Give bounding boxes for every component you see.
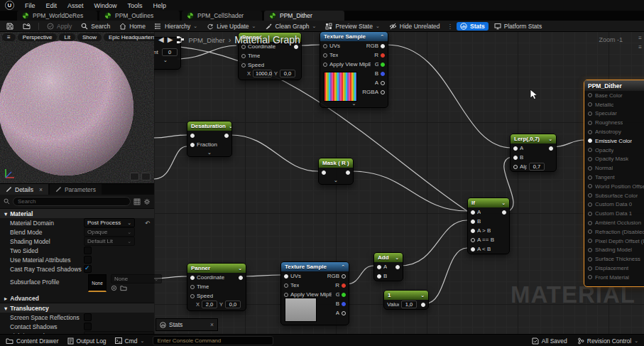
input-pin[interactable] [241, 63, 246, 67]
platform-stats-button[interactable]: Platform Stats [491, 22, 545, 31]
hide-unrelated-button[interactable]: Hide Unrelated [386, 22, 444, 31]
menu-item[interactable]: File [25, 2, 36, 9]
viewport-menu-button[interactable]: ≡ [2, 33, 16, 41]
two-sided-checkbox[interactable] [84, 247, 92, 254]
save-button[interactable] [3, 22, 17, 31]
category-advanced[interactable]: ▸ Advanced [0, 293, 154, 303]
input-pin[interactable] [323, 53, 327, 58]
input-pin[interactable] [588, 102, 592, 107]
input-pin[interactable] [513, 156, 518, 160]
material-preview-viewport[interactable]: ≡ Perspective Lit Show Epic Headquarters [0, 31, 154, 183]
input-pin[interactable] [588, 248, 592, 252]
back-button[interactable]: ◀ [158, 36, 164, 43]
asset-tab[interactable]: PPM_CellShader [182, 11, 262, 21]
perspective-dropdown[interactable]: Perspective [18, 33, 58, 41]
output-pin[interactable] [224, 134, 229, 138]
output-pin[interactable] [381, 81, 385, 85]
material-output-node[interactable]: PPM_Dither Base Color Metallic [584, 80, 644, 287]
output-pin[interactable] [381, 44, 385, 48]
input-pin[interactable] [513, 146, 518, 151]
cmd-dropdown[interactable]: Cmd ⌄ [115, 337, 145, 345]
input-pin[interactable] [588, 221, 592, 225]
material-graph-canvas[interactable]: ◀ ▶ PPM_Dither › Material Graph Zoom -1 … [154, 31, 644, 334]
menu-item[interactable]: Help [153, 2, 167, 9]
panner-node-bottom[interactable]: Panner⌄ Coordinate Time [187, 263, 246, 311]
input-pin[interactable] [588, 148, 592, 152]
input-pin[interactable] [471, 210, 475, 215]
stats-button[interactable]: Stats [457, 22, 489, 31]
input-pin[interactable] [588, 139, 592, 143]
asset-tab[interactable]: PPM_Dither [264, 11, 344, 21]
lerp-node[interactable]: Lerp(,0,7)⌄ A B [510, 134, 557, 172]
chevron-down-icon[interactable]: ⌄ [229, 124, 231, 129]
input-pin[interactable] [322, 171, 326, 175]
forward-button[interactable]: ▶ [168, 36, 173, 43]
viewport-capture-button[interactable] [130, 173, 139, 180]
input-pin[interactable] [284, 293, 288, 297]
input-pin[interactable] [588, 257, 592, 261]
all-saved-status[interactable]: All Saved [532, 337, 567, 345]
subsurface-profile-thumbnail[interactable]: None [88, 274, 107, 292]
clean-graph-button[interactable]: Clean Graph ⌄ [261, 22, 320, 31]
input-pin[interactable] [588, 275, 592, 279]
output-pin[interactable] [342, 293, 346, 297]
output-pin[interactable] [381, 90, 385, 94]
viewport-maximize-button[interactable] [141, 173, 151, 180]
input-pin[interactable] [323, 63, 327, 67]
use-selected-asset-icon[interactable] [111, 285, 117, 291]
asset-tab[interactable]: PPM_Outlines [99, 11, 180, 21]
output-pin[interactable] [421, 303, 425, 307]
texture-sample-node-top[interactable]: Texture Sample⌃ UVs RGB Tex [320, 31, 388, 108]
input-pin[interactable] [588, 266, 592, 271]
gear-icon[interactable] [143, 198, 151, 205]
output-pin[interactable] [342, 274, 346, 279]
output-pin[interactable] [381, 63, 385, 67]
output-pin[interactable] [381, 72, 385, 76]
screen-space-reflections-checkbox[interactable] [84, 313, 92, 321]
chevron-up-icon[interactable]: ⌃ [341, 264, 345, 270]
apply-button[interactable]: Apply [43, 22, 75, 31]
home-button[interactable]: Home [116, 22, 149, 31]
input-pin[interactable] [471, 229, 475, 233]
chevron-down-icon[interactable]: ⌄ [501, 200, 506, 206]
input-pin[interactable] [377, 265, 381, 269]
output-pin[interactable] [239, 276, 243, 280]
chevron-down-icon[interactable]: ⌄ [154, 57, 180, 64]
menu-item[interactable]: Asset [67, 2, 84, 9]
panel-menu-icon[interactable]: ≡ [638, 35, 642, 41]
console-command-input[interactable] [153, 336, 273, 345]
viewport-canvas[interactable] [0, 31, 154, 183]
input-pin[interactable] [323, 44, 327, 48]
asset-tab[interactable]: PPM_WorldDeRes [17, 11, 97, 21]
close-panel-icon[interactable]: × [39, 186, 43, 193]
chevron-down-icon[interactable]: ⌄ [420, 293, 425, 298]
hierarchy-button[interactable]: Hierarchy ⌄ [151, 22, 201, 31]
input-pin[interactable] [471, 220, 475, 224]
input-pin[interactable] [241, 54, 246, 58]
chevron-down-icon[interactable]: ⌄ [187, 149, 231, 156]
kebab-menu-icon[interactable]: ⋮ [446, 23, 455, 30]
browse-to-asset-button[interactable] [19, 22, 34, 31]
speed-y-value[interactable]: 0,0 [280, 70, 295, 77]
input-pin[interactable] [190, 294, 195, 298]
browse-asset-icon[interactable] [120, 285, 127, 291]
desaturation-node[interactable]: Desaturation⌄ Fraction [187, 121, 232, 157]
blend-mode-dropdown[interactable]: Opaque ⌄ [84, 227, 135, 237]
menu-item[interactable]: Window [94, 2, 117, 9]
input-pin[interactable] [588, 229, 592, 234]
speed-x-value[interactable]: 1000,0 [253, 70, 272, 77]
chevron-down-icon[interactable]: ⌄ [238, 266, 242, 271]
menu-item[interactable]: Edit [46, 2, 58, 9]
input-pin[interactable] [284, 283, 288, 288]
texture-sample-node-bottom[interactable]: Texture Sample⌃ UVs RGB Tex [280, 261, 349, 325]
input-pin[interactable] [377, 274, 381, 279]
input-pin[interactable] [588, 184, 592, 188]
input-pin[interactable] [588, 112, 592, 116]
input-pin[interactable] [588, 193, 592, 198]
lit-mode-dropdown[interactable]: Lit [59, 33, 75, 41]
tab-parameters[interactable]: Parameters [50, 184, 102, 195]
breadcrumb-parent[interactable]: PPM_Dither [188, 36, 224, 44]
input-pin[interactable] [190, 134, 195, 138]
preview-scene-button[interactable]: Epic Headquarters [104, 33, 154, 41]
cast-ray-traced-shadows-checkbox[interactable] [84, 265, 92, 273]
